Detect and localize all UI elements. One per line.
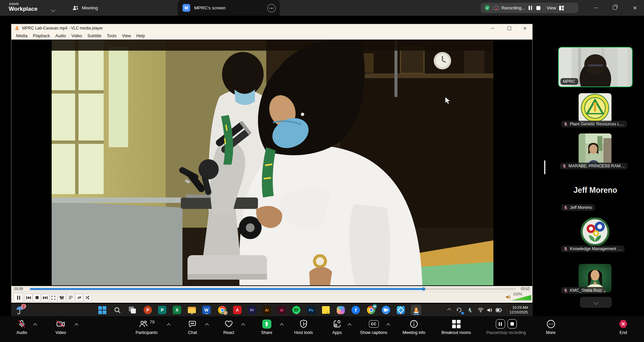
hidden-icons-chevron[interactable] [444,305,453,315]
seek-bar[interactable] [30,288,516,290]
video-display-area[interactable] [11,40,532,286]
participant-tile-mprc[interactable]: MPRC [558,47,633,87]
active-speaker-name: Jeff Moreno [547,186,644,195]
copilot-icon[interactable] [336,305,345,315]
vlc-menu-playback[interactable]: Playback [30,33,53,39]
participant-tile-knowledge-management[interactable] [579,218,611,246]
view-layout-icon[interactable] [559,5,564,11]
close-button[interactable]: ✕ [630,3,640,13]
apps-options-chevron[interactable] [347,323,352,328]
workspace-menu-chevron[interactable] [52,7,55,13]
stop-button[interactable] [33,294,41,301]
search-icon[interactable] [113,305,122,315]
spotify-icon[interactable] [292,305,301,315]
scroll-participants-down-button[interactable] [580,297,612,308]
next-button[interactable] [41,294,49,301]
breakout-rooms-button[interactable]: Breakout rooms [433,318,480,335]
indesign-icon[interactable]: Id [277,305,286,315]
illustrator-icon[interactable]: Ai [262,305,271,315]
loop-button[interactable] [75,294,83,301]
facebook-icon[interactable]: f [351,305,360,315]
vlc-menu-subtitle[interactable]: Subtitle [85,33,104,39]
vlc-seek-row: 03:08 03:52 [11,286,532,292]
participant-name-pill: KMC_Shela Ruiz [561,287,605,294]
chat-button[interactable]: Chat [176,318,209,335]
vlc-title-bar[interactable]: MPRC Lab-Caravan.mp4 - VLC media player … [11,24,532,32]
restore-button[interactable] [609,3,620,13]
sync-tray-icon[interactable] [454,305,464,315]
random-button[interactable] [84,294,92,301]
muted-mic-icon [562,164,567,168]
react-button[interactable]: React [212,318,246,335]
start-button[interactable] [98,305,107,315]
captions-options-chevron[interactable] [386,323,391,328]
fullscreen-button[interactable] [49,294,57,301]
premiere-icon[interactable]: Pr [248,305,257,315]
sidebar-scrollbar[interactable] [544,160,545,174]
participant-name-pill[interactable]: Jeff Moreno [561,204,595,211]
video-options-chevron[interactable] [74,323,79,328]
sticky-notes-icon[interactable] [321,305,330,315]
more-button[interactable]: More [534,318,568,335]
microphone-tray-icon[interactable] [465,305,474,315]
vlc-minimize-button[interactable] [488,25,498,31]
tab-options-button[interactable] [267,4,276,12]
vlc-taskbar-icon[interactable] [411,305,421,315]
vlc-menu-view[interactable]: View [119,33,133,39]
participants-options-chevron[interactable] [166,323,171,328]
recording-pause-button[interactable] [529,6,532,10]
react-options-chevron[interactable] [241,323,246,328]
video-button[interactable]: Video [44,318,77,335]
vlc-menu-media[interactable]: Media [13,33,30,39]
seek-bar-knob[interactable] [422,287,425,291]
word-icon[interactable]: W [202,305,211,315]
vlc-menu-video[interactable]: Video [69,33,85,39]
previous-button[interactable] [24,294,33,301]
chrome-profile-icon[interactable]: M [367,305,376,315]
speaker-tray-icon[interactable] [485,305,494,315]
battery-tray-icon[interactable] [494,305,503,315]
zoom-logo: zoom [9,2,19,6]
tab-meeting[interactable]: Meeting [69,0,101,16]
pause-button[interactable] [14,293,23,302]
zoom-app-icon[interactable] [381,305,390,315]
vlc-menu-help[interactable]: Help [133,33,148,39]
notification-badge: 2 [21,304,26,309]
pause-stop-recording-control: Pause/stop recording [474,318,538,335]
vlc-menu-tools[interactable]: Tools [104,33,119,39]
participants-button[interactable]: 79 Participants [126,318,167,335]
security-shield-icon[interactable] [484,5,490,11]
tray-clock[interactable]: 10:29 AM 12/10/2025 [509,305,528,315]
photos-icon[interactable] [396,305,405,315]
share-button[interactable]: Share [250,318,283,335]
recording-stop-button[interactable] [536,6,540,10]
acrobat-icon[interactable]: A [233,305,242,315]
chrome-icon[interactable] [218,305,227,315]
powerpoint-icon[interactable]: P [143,305,152,315]
task-view-icon[interactable] [128,305,137,315]
end-meeting-button[interactable]: End [606,318,640,335]
host-tools-button[interactable]: Host tools [283,318,324,335]
minimize-button[interactable] [591,3,601,13]
excel-icon[interactable]: X [172,305,181,315]
playlist-button[interactable] [67,294,75,301]
file-explorer-icon[interactable] [187,305,196,315]
meeting-info-button[interactable]: Meeting info [394,318,434,335]
vlc-menu-audio[interactable]: Audio [53,33,69,39]
extended-settings-button[interactable] [58,294,66,301]
photoshop-icon[interactable]: Ps [307,305,316,315]
muted-mic-icon [564,122,568,126]
participant-tile-plant-genetic[interactable] [579,93,611,123]
workplace-logo: Workplace [9,6,38,12]
audio-options-chevron[interactable] [33,323,38,328]
umbrella-app-icon[interactable]: 2 [15,305,24,315]
view-button-label[interactable]: View [547,5,556,10]
tab-mprc-screen[interactable]: M MPRC's screen [178,0,280,16]
wifi-tray-icon[interactable] [476,305,485,315]
publisher-icon[interactable]: P [158,305,167,315]
pause-recording-button[interactable] [496,319,505,329]
chat-options-chevron[interactable] [205,323,209,328]
stop-recording-button[interactable] [507,319,517,329]
vlc-restore-button[interactable] [504,25,514,31]
vlc-close-button[interactable]: ✕ [520,25,530,31]
